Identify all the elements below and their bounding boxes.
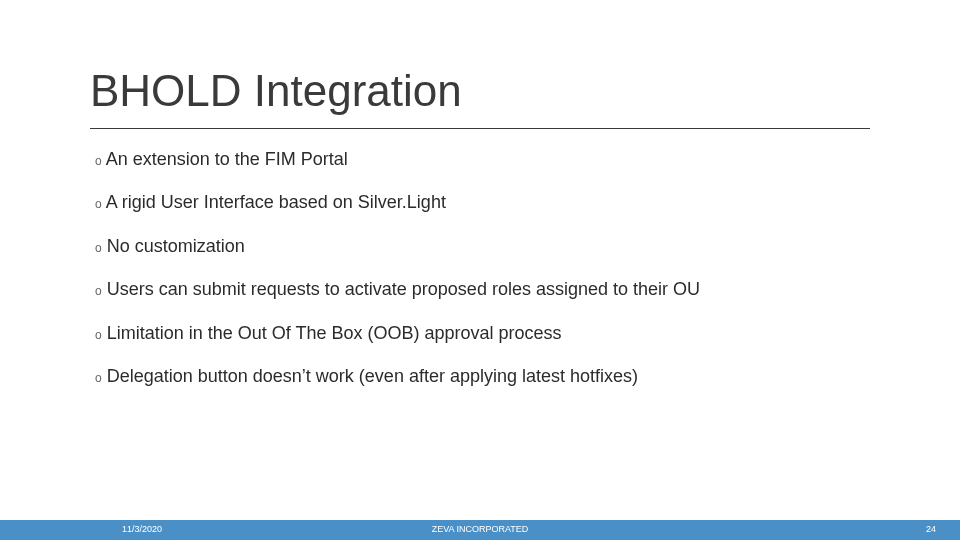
bullet-marker: o (95, 328, 102, 342)
footer-company: ZEVA INCORPORATED (0, 524, 960, 534)
list-item: o No customization (95, 235, 875, 258)
list-item: o Limitation in the Out Of The Box (OOB)… (95, 322, 875, 345)
list-item: o A rigid User Interface based on Silver… (95, 191, 875, 214)
bullet-marker: o (95, 284, 102, 298)
footer-bar: 11/3/2020 ZEVA INCORPORATED 24 (0, 520, 960, 540)
bullet-marker: o (95, 197, 102, 211)
list-item-text: An extension to the FIM Portal (106, 149, 348, 169)
bullet-marker: o (95, 241, 102, 255)
footer-page-number: 24 (926, 524, 936, 534)
bullet-marker: o (95, 371, 102, 385)
list-item: o Delegation button doesn’t work (even a… (95, 365, 875, 388)
list-item-text: A rigid User Interface based on Silver.L… (106, 192, 446, 212)
bullet-list: o An extension to the FIM Portal o A rig… (95, 148, 875, 408)
bullet-marker: o (95, 154, 102, 168)
slide: BHOLD Integration o An extension to the … (0, 0, 960, 540)
list-item-text: No customization (107, 236, 245, 256)
list-item-text: Limitation in the Out Of The Box (OOB) a… (107, 323, 562, 343)
list-item: o Users can submit requests to activate … (95, 278, 875, 301)
list-item-text: Users can submit requests to activate pr… (107, 279, 700, 299)
list-item-text: Delegation button doesn’t work (even aft… (107, 366, 638, 386)
list-item: o An extension to the FIM Portal (95, 148, 875, 171)
slide-title: BHOLD Integration (90, 66, 462, 116)
title-underline (90, 128, 870, 129)
